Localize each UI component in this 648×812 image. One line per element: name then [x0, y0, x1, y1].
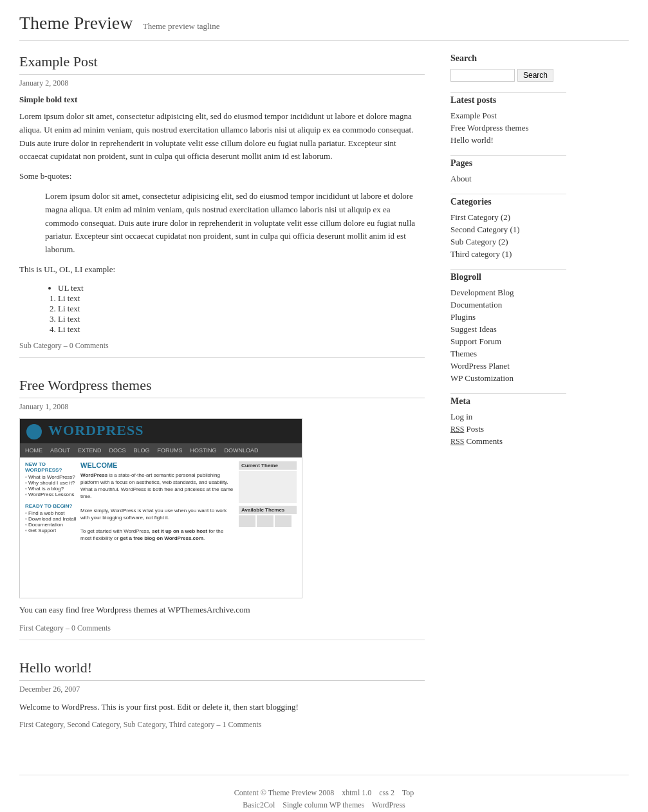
wp-nav-download: DOWNLOAD — [225, 447, 259, 454]
search-button[interactable]: Search — [517, 69, 553, 82]
post-lists: UL text Li text Li text Li text Li text — [45, 283, 425, 335]
post-link-wp-themes[interactable]: Free Wordpress themes — [19, 377, 152, 393]
list-item: Documentation — [450, 300, 566, 310]
wp-nav-hosting: HOSTING — [190, 447, 217, 454]
blogroll-link-plugins[interactable]: Plugins — [450, 312, 476, 322]
wp-available-header: Available Themes — [239, 506, 297, 514]
latest-post-link-3[interactable]: Hello world! — [450, 135, 494, 145]
footer-basic2col-link[interactable]: Basic2Col — [243, 800, 275, 809]
sidebar-pages-list: About — [450, 174, 566, 184]
list-item: Third category (1) — [450, 249, 566, 259]
latest-post-link-1[interactable]: Example Post — [450, 111, 497, 120]
post-date-hello-world: December 26, 2007 — [19, 685, 425, 694]
blogroll-link-docs[interactable]: Documentation — [450, 300, 502, 309]
wp-welcome-text2: More simply, WordPress is what you use w… — [80, 507, 235, 521]
footer-xhtml-link[interactable]: xhtml 1.0 — [342, 788, 371, 797]
blogroll-link-wpplanet[interactable]: WordPress Planet — [450, 361, 510, 371]
wp-right-panel: Current Theme Available Themes — [239, 461, 297, 549]
wp-body: NEW TO WORDPRESS? ◦ What is WordPress? ◦… — [20, 457, 302, 553]
post-hello-world: Hello world! December 26, 2007 Welcome t… — [19, 660, 425, 737]
list-item: Development Blog — [450, 288, 566, 298]
unordered-list: UL text — [45, 283, 425, 293]
wp-panel-header: Current Theme — [239, 461, 297, 470]
site-tagline: Theme preview tagline — [143, 21, 220, 31]
wp-sidebar-section-title: NEW TO WORDPRESS? — [25, 461, 77, 473]
wp-theme-thumb1 — [239, 515, 255, 527]
footer-wordpress-link[interactable]: WordPress — [372, 800, 405, 809]
wp-logo-text: WORDPRESS — [48, 422, 143, 438]
list-item: First Category (2) — [450, 212, 566, 223]
search-input[interactable] — [450, 69, 515, 82]
wp-sidebar-link7: ◦ Documentation — [25, 522, 77, 528]
blogroll-link-devblog[interactable]: Development Blog — [450, 288, 514, 297]
list-item: About — [450, 174, 566, 184]
category-link-sub[interactable]: Sub Category (2) — [450, 237, 508, 246]
list-item: Hello world! — [450, 135, 566, 145]
post-date-example: January 2, 2008 — [19, 78, 425, 88]
page-link-about[interactable]: About — [450, 174, 472, 183]
sidebar-search-section: Search Search — [450, 53, 566, 93]
sidebar-search-title: Search — [450, 53, 566, 64]
post-list-intro: This is UL, OL, LI example: — [19, 263, 425, 277]
sidebar-latest-posts-list: Example Post Free Wordpress themes Hello… — [450, 111, 566, 145]
sidebar-categories-section: Categories First Category (2) Second Cat… — [450, 197, 566, 270]
category-link-second[interactable]: Second Category (1) — [450, 225, 520, 234]
site-title: Theme Preview — [19, 13, 133, 33]
post-paragraph1: Lorem ipsum dolor sit amet, consectetur … — [19, 110, 425, 163]
list-item: Second Category (1) — [450, 225, 566, 235]
post-blockquote-intro: Some b-quotes: — [19, 170, 425, 183]
post-title-wp-themes[interactable]: Free Wordpress themes — [19, 377, 425, 398]
wp-logo: WORDPRESS — [26, 422, 143, 439]
blogroll-link-themes[interactable]: Themes — [450, 349, 477, 358]
list-item: Plugins — [450, 312, 566, 322]
wp-sidebar-section2-title: READY TO BEGIN? — [25, 503, 77, 509]
footer-css-link[interactable]: css 2 — [379, 788, 394, 797]
meta-link-rss-comments[interactable]: RSS Comments — [450, 436, 503, 446]
wp-nav-about: ABOUT — [50, 447, 70, 454]
wp-sidebar-link4: ◦ WordPress Lessons — [25, 492, 77, 497]
sidebar-meta-title: Meta — [450, 396, 566, 407]
post-title-hello-world[interactable]: Hello world! — [19, 660, 425, 681]
post-title-example[interactable]: Example Post — [19, 53, 425, 75]
wp-nav-docs: DOCS — [109, 447, 126, 454]
list-item: WP Customization — [450, 373, 566, 383]
rss-label-comments: RSS — [450, 437, 464, 446]
list-item: WordPress Planet — [450, 361, 566, 371]
list-item: Themes — [450, 349, 566, 359]
footer-line1: Content © Theme Preview 2008 xhtml 1.0 c… — [19, 788, 629, 798]
search-form[interactable]: Search — [450, 69, 566, 82]
wp-nav-extend: EXTEND — [78, 447, 102, 454]
ul-item: UL text — [58, 283, 425, 293]
footer-top-link[interactable]: Top — [402, 788, 414, 797]
blogroll-link-support[interactable]: Support Forum — [450, 337, 501, 346]
ordered-list: Li text Li text Li text Li text — [45, 293, 425, 335]
footer-single-column-link[interactable]: Single column WP themes — [282, 800, 364, 809]
post-meta-hello-world: First Category, Second Category, Sub Cat… — [19, 720, 425, 730]
blogroll-link-suggest[interactable]: Suggest Ideas — [450, 324, 497, 334]
sidebar-blogroll-title: Blogroll — [450, 272, 566, 282]
meta-link-login[interactable]: Log in — [450, 412, 472, 421]
wp-sidebar-link6: ◦ Download and Install — [25, 516, 77, 522]
wordpress-screenshot: WORDPRESS HOME ABOUT EXTEND DOCS BLOG FO… — [19, 418, 302, 598]
wp-nav-blog: BLOG — [134, 447, 150, 454]
post-meta-example: Sub Category – 0 Comments — [19, 341, 425, 351]
list-item: RSS Posts — [450, 424, 566, 434]
list-item: RSS Comments — [450, 436, 566, 447]
li-item-2: Li text — [58, 304, 425, 314]
list-item: Example Post — [450, 111, 566, 121]
sidebar: Search Search Latest posts Example Post … — [450, 53, 566, 459]
list-item: Free Wordpress themes — [450, 123, 566, 133]
meta-link-rss-posts[interactable]: RSS Posts — [450, 424, 484, 434]
latest-post-link-2[interactable]: Free Wordpress themes — [450, 123, 528, 133]
blogroll-link-wpcustom[interactable]: WP Customization — [450, 373, 514, 383]
footer-copyright: Content © Theme Preview 2008 — [234, 788, 335, 797]
wp-sidebar-link2: ◦ Why should I use it? — [25, 480, 77, 486]
sidebar-categories-list: First Category (2) Second Category (1) S… — [450, 212, 566, 259]
list-item: Suggest Ideas — [450, 324, 566, 335]
post-link-example[interactable]: Example Post — [19, 53, 98, 69]
category-link-first[interactable]: First Category (2) — [450, 212, 510, 222]
li-item-4: Li text — [58, 324, 425, 335]
category-link-third[interactable]: Third category (1) — [450, 249, 512, 259]
wp-nav-home: HOME — [25, 447, 42, 454]
post-link-hello-world[interactable]: Hello world! — [19, 660, 92, 676]
